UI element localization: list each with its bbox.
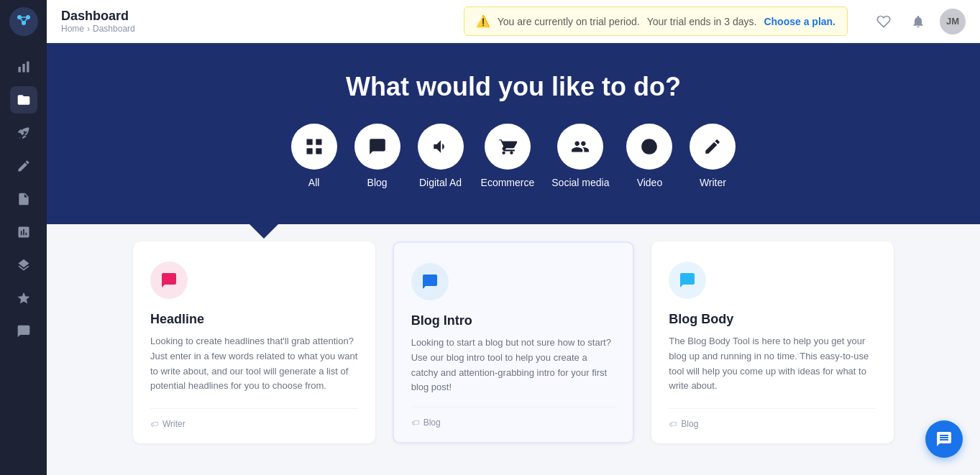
avatar[interactable]: JM [940,9,966,34]
warning-icon: ⚠️ [476,14,490,28]
card-headline[interactable]: Headline Looking to create headlines tha… [133,241,375,443]
svg-rect-12 [306,148,312,154]
content-area: What would you like to do? All [47,43,980,475]
card-blog-body-footer: 🏷 Blog [669,408,876,429]
notification-icon-button[interactable] [905,9,931,34]
breadcrumb: Home › Dashboard [61,24,135,34]
svg-rect-11 [316,139,321,145]
svg-rect-10 [306,139,312,145]
category-writer-label: Writer [700,177,726,188]
choose-plan-link[interactable]: Choose a plan. [764,16,835,27]
card-blog-body-tag: Blog [681,419,698,429]
card-blog-intro-title: Blog Intro [411,313,616,328]
category-writer[interactable]: Writer [690,124,736,188]
sidebar-icon-folder[interactable] [10,86,37,114]
breadcrumb-separator: › [87,24,90,34]
sidebar-icon-note[interactable] [10,318,37,345]
breadcrumb-current: Dashboard [93,24,135,34]
chat-fab-button[interactable] [925,420,963,458]
svg-rect-8 [22,64,24,73]
category-all[interactable]: All [291,124,337,188]
hero-pointer-arrow [249,224,278,239]
header: Dashboard Home › Dashboard ⚠️ You are cu… [47,0,980,43]
sidebar-icon-star[interactable] [10,285,37,312]
trial-message-after: Your trial ends in 3 days. [647,16,757,27]
card-blog-body-desc: The Blog Body Tool is here to help you g… [669,334,876,397]
sidebar [0,0,47,475]
category-writer-circle [690,124,736,170]
trial-banner: ⚠️ You are currently on trial period. Yo… [464,6,848,36]
card-blog-intro-footer: 🏷 Blog [411,407,616,428]
sidebar-icon-document[interactable] [10,185,37,213]
header-left: Dashboard Home › Dashboard [61,9,135,34]
hero-section: What would you like to do? All [47,43,980,224]
card-blog-body-title: Blog Body [669,312,876,327]
category-blog-circle [354,124,400,170]
tag-icon: 🏷 [411,418,419,427]
card-blog-intro-desc: Looking to start a blog but not sure how… [411,336,616,395]
sidebar-icon-chart[interactable] [10,218,37,246]
trial-message-before: You are currently on trial period. [498,16,640,27]
card-blog-intro-tag: Blog [423,418,441,428]
category-ecommerce-circle [485,124,531,170]
category-social-media[interactable]: Social media [551,124,609,188]
breadcrumb-home[interactable]: Home [61,24,84,34]
card-headline-footer: 🏷 Writer [150,408,358,429]
svg-rect-9 [27,62,29,73]
tag-icon: 🏷 [150,420,158,428]
svg-rect-13 [316,148,321,154]
cards-section: Headline Looking to create headlines tha… [47,224,980,461]
hero-title: What would you like to do? [61,72,966,102]
sidebar-icon-layers[interactable] [10,252,37,279]
card-headline-title: Headline [150,312,358,327]
category-digital-ad[interactable]: Digital Ad [418,124,464,188]
category-all-label: All [308,177,320,188]
heart-icon-button[interactable] [871,9,897,34]
sidebar-icon-rocket[interactable] [10,119,37,147]
category-blog-label: Blog [367,177,388,188]
card-headline-tag: Writer [162,419,186,429]
sidebar-icon-analytics[interactable] [10,53,37,80]
logo[interactable] [9,7,38,36]
sidebar-icon-edit[interactable] [10,152,37,180]
svg-rect-7 [18,67,20,73]
category-video-circle [626,124,672,170]
category-digital-ad-label: Digital Ad [419,177,462,188]
card-headline-desc: Looking to create headlines that'll grab… [150,334,358,397]
category-all-circle [291,124,337,170]
category-blog[interactable]: Blog [354,124,400,188]
card-blog-body-icon [669,262,706,299]
category-social-media-label: Social media [551,177,609,188]
category-grid: All Blog Digital Ad [61,124,966,188]
tag-icon: 🏷 [669,420,677,428]
card-blog-intro[interactable]: Blog Intro Looking to start a blog but n… [393,241,635,443]
category-video-label: Video [637,177,663,188]
card-blog-body[interactable]: Blog Body The Blog Body Tool is here to … [651,241,894,443]
category-ecommerce-label: Ecommerce [481,177,535,188]
category-video[interactable]: Video [626,124,672,188]
header-right: ⚠️ You are currently on trial period. Yo… [449,1,966,42]
page-title: Dashboard [61,9,135,24]
category-social-media-circle [557,124,603,170]
card-headline-icon [150,262,188,299]
category-ecommerce[interactable]: Ecommerce [481,124,535,188]
category-digital-ad-circle [418,124,464,170]
card-blog-intro-icon [411,263,449,300]
